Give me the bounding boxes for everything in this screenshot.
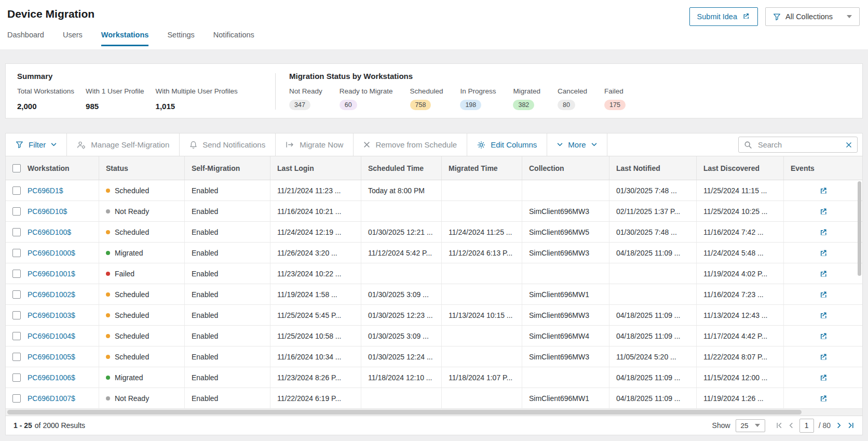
last-page-button[interactable] <box>847 422 855 429</box>
status-text: Migrated <box>115 249 143 257</box>
workstation-link[interactable]: PC696D100$ <box>28 228 71 236</box>
workstation-link[interactable]: PC696D10$ <box>28 207 67 216</box>
send-notifications-button[interactable]: Send Notifications <box>180 133 276 156</box>
filter-funnel-icon <box>16 141 23 149</box>
filter-button[interactable]: Filter <box>6 133 67 156</box>
summary-title: Summary <box>17 72 275 81</box>
cell-migrated-time <box>442 326 522 346</box>
cell-last-login: 11/22/2024 6:19 P... <box>270 388 361 408</box>
workstation-link[interactable]: PC696D1006$ <box>28 373 75 382</box>
cell-events <box>784 222 862 242</box>
cell-migrated-time: 11/18/2024 1:07 P... <box>442 367 522 387</box>
tab-notifications[interactable]: Notifications <box>213 31 254 46</box>
cell-collection: SimClient696MW1 <box>522 284 609 304</box>
manage-self-migration-button[interactable]: Manage Self-Migration <box>67 133 180 156</box>
workstation-link[interactable]: PC696D1005$ <box>28 353 75 361</box>
workstation-link[interactable]: PC696D1001$ <box>28 270 75 278</box>
toolbar-action-label: Migrate Now <box>300 140 343 149</box>
cell-migrated-time <box>442 346 522 367</box>
remove-from-schedule-button[interactable]: Remove from Schedule <box>354 133 467 156</box>
open-events-button[interactable] <box>819 311 828 320</box>
workstation-link[interactable]: PC696D1002$ <box>28 290 75 299</box>
workstation-link[interactable]: PC696D1000$ <box>28 249 75 257</box>
tab-users[interactable]: Users <box>63 31 83 46</box>
toolbar-actions: Manage Self-MigrationSend NotificationsM… <box>67 133 607 156</box>
open-events-button[interactable] <box>819 331 828 341</box>
workstation-link[interactable]: PC696D1$ <box>28 186 63 195</box>
open-events-button[interactable] <box>819 290 828 299</box>
cell-last-notified: 01/30/2025 7:48 ... <box>609 180 697 201</box>
status-dot <box>106 355 110 359</box>
table-horizontal-scrollbar[interactable] <box>7 410 802 415</box>
pagination-controls: Show 25 / 80 <box>712 419 855 433</box>
cell-last-discovered: 11/22/2024 8:07 P... <box>697 346 784 367</box>
cell-self-migration: Enabled <box>185 305 270 325</box>
more-button[interactable]: More <box>547 133 607 156</box>
cell-workstation: PC696D100$ <box>6 222 99 242</box>
workstations-table: WorkstationStatusSelf-MigrationLast Logi… <box>6 156 862 416</box>
cell-last-discovered: 11/19/2024 1:26 ... <box>697 388 784 408</box>
app-header: Device Migration Submit Idea All Collect… <box>0 0 868 49</box>
tab-workstations[interactable]: Workstations <box>101 31 149 46</box>
row-checkbox[interactable] <box>12 353 21 361</box>
row-checkbox[interactable] <box>12 394 21 403</box>
page-size-select[interactable]: 25 <box>736 419 765 432</box>
table-vertical-scrollbar[interactable] <box>858 181 861 276</box>
workstation-link[interactable]: PC696D1007$ <box>28 394 75 403</box>
collections-dropdown[interactable]: All Collections <box>765 7 860 26</box>
open-events-button[interactable] <box>819 248 828 258</box>
page-number-input[interactable] <box>799 419 814 433</box>
migrate-now-button[interactable]: Migrate Now <box>276 133 354 156</box>
page-size-value: 25 <box>741 422 749 430</box>
row-checkbox[interactable] <box>12 249 21 257</box>
stat-label: With Multiple User Profiles <box>156 87 238 95</box>
cell-migrated-time <box>442 180 522 201</box>
cell-last-login: 11/26/2024 3:20 ... <box>270 243 361 263</box>
cell-last-notified: 04/18/2025 11:09 ... <box>609 367 697 387</box>
row-checkbox[interactable] <box>12 270 21 278</box>
workstations-grid-card: Filter Manage Self-MigrationSend Notific… <box>5 133 863 435</box>
status-text: Scheduled <box>115 186 149 195</box>
migration-status-title: Migration Status by Workstations <box>289 72 626 81</box>
column-header-label: Last Discovered <box>703 164 760 172</box>
row-checkbox[interactable] <box>12 373 21 382</box>
select-all-checkbox[interactable] <box>12 164 21 172</box>
search-input[interactable] <box>757 140 841 150</box>
search-clear-icon[interactable] <box>846 142 852 148</box>
open-events-button[interactable] <box>819 207 828 216</box>
row-checkbox[interactable] <box>12 311 21 319</box>
cell-last-notified: 04/18/2025 11:09 ... <box>609 305 697 325</box>
open-events-button[interactable] <box>819 394 828 403</box>
open-events-button[interactable] <box>819 186 828 195</box>
open-events-button[interactable] <box>819 373 828 382</box>
row-checkbox[interactable] <box>12 228 21 236</box>
cell-last-discovered: 11/25/2024 11:15 ... <box>697 180 784 201</box>
open-events-button[interactable] <box>819 228 828 237</box>
row-checkbox[interactable] <box>12 186 21 195</box>
cell-last-discovered: 11/16/2024 7:23 ... <box>697 284 784 304</box>
row-checkbox[interactable] <box>12 207 21 216</box>
cell-status: Not Ready <box>99 388 185 408</box>
first-page-button[interactable] <box>776 422 783 429</box>
next-page-button[interactable] <box>835 422 843 429</box>
workstation-link[interactable]: PC696D1003$ <box>28 311 75 319</box>
cell-events <box>784 201 862 221</box>
open-events-button[interactable] <box>819 269 828 278</box>
cell-collection: SimClient696MW3 <box>522 305 609 325</box>
cell-collection: SimClient696MW1 <box>522 388 609 408</box>
cell-workstation: PC696D1006$ <box>6 367 99 387</box>
stat-label: With 1 User Profile <box>86 87 144 95</box>
submit-idea-button[interactable]: Submit Idea <box>689 7 758 26</box>
cell-workstation: PC696D1004$ <box>6 326 99 346</box>
row-checkbox[interactable] <box>12 332 21 340</box>
cell-events <box>784 263 862 284</box>
cell-migrated-time <box>442 284 522 304</box>
open-events-button[interactable] <box>819 352 828 362</box>
tab-dashboard[interactable]: Dashboard <box>7 31 44 46</box>
workstation-link[interactable]: PC696D1004$ <box>28 332 75 340</box>
previous-page-button[interactable] <box>788 422 795 429</box>
row-checkbox[interactable] <box>12 290 21 299</box>
status-text: Not Ready <box>115 394 149 403</box>
edit-columns-button[interactable]: Edit Columns <box>467 133 547 156</box>
tab-settings[interactable]: Settings <box>167 31 194 46</box>
